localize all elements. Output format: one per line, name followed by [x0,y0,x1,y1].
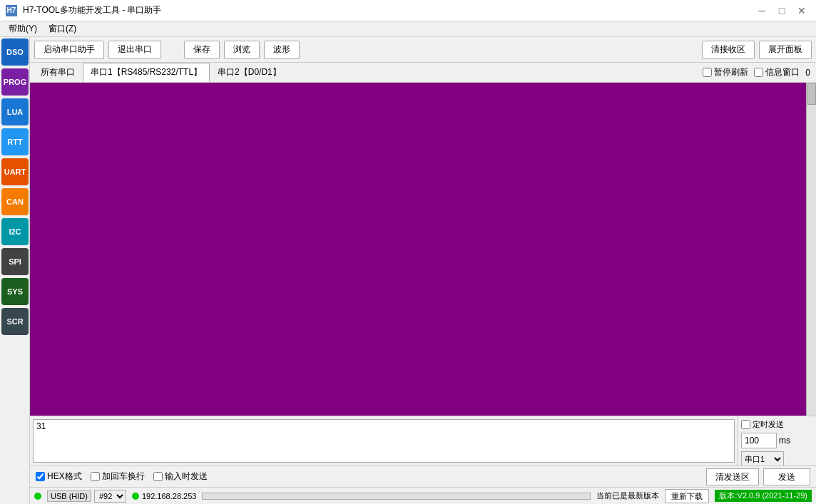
hex-format-label[interactable]: HEX格式 [47,470,82,483]
info-window-checkbox[interactable] [754,68,763,77]
send-button[interactable]: 发送 [763,468,810,485]
display-area [30,83,816,416]
expand-panel-button[interactable]: 展开面板 [759,41,812,59]
input-side-panel: 定时发送 ms 串口1 串口2 [738,416,816,466]
minimize-button[interactable]: ─ [753,4,770,18]
ms-label: ms [779,436,790,446]
tab-all-ports[interactable]: 所有串口 [33,63,83,82]
start-serial-button[interactable]: 启动串口助手 [34,41,104,59]
title-controls: ─ □ ✕ [753,4,810,18]
sidebar: DSO PROG LUA RTT UART CAN I2C SPI SYS SC… [0,37,30,504]
pause-refresh-label[interactable]: 暂停刷新 [714,66,748,78]
tab-bar-right: 暂停刷新 信息窗口 0 [703,66,813,78]
timed-send-row: 定时发送 [741,419,813,430]
timed-send-label[interactable]: 定时发送 [753,419,784,430]
send-on-input-checkbox[interactable] [153,472,163,481]
input-textarea-wrap [30,416,738,466]
main-layout: DSO PROG LUA RTT UART CAN I2C SPI SYS SC… [0,37,816,504]
app-icon: H7 [6,5,17,16]
input-area: 定时发送 ms 串口1 串口2 [30,416,816,466]
redownload-button[interactable]: 重新下载 [665,489,709,503]
options-right: 清发送区 发送 [706,468,810,485]
ms-value-input[interactable] [741,433,777,448]
usb-label: USB (HID) [47,490,91,502]
maximize-button[interactable]: □ [773,4,790,18]
port-select[interactable]: 串口1 串口2 [741,451,784,467]
info-window-label[interactable]: 信息窗口 [765,66,800,78]
ms-row: ms [741,433,813,448]
sidebar-btn-rtt[interactable]: RTT [1,128,29,155]
sidebar-btn-i2c[interactable]: I2C [1,218,29,245]
port-num-select[interactable]: #92 [94,490,126,503]
menu-bar: 帮助(Y) 窗口(Z) [0,21,816,37]
usb-status: USB (HID) #92 [47,490,126,503]
sidebar-btn-dso[interactable]: DSO [1,38,29,66]
status-message: 当前已是最新版本 [596,490,659,501]
ip-status: 192.168.28.253 [132,492,196,500]
ip-status-indicator [132,493,139,500]
browse-button[interactable]: 浏览 [224,41,260,59]
close-button[interactable]: ✕ [793,4,810,18]
input-textarea[interactable] [33,419,735,463]
toolbar: 启动串口助手 退出串口 保存 浏览 波形 清接收区 展开面板 [30,37,816,63]
send-on-input-group: 输入时发送 [153,470,208,483]
status-bar: USB (HID) #92 192.168.28.253 当前已是最新版本 重新… [30,487,816,504]
hex-format-checkbox[interactable] [36,472,45,481]
app-title: H7-TOOL多功能开发工具 - 串口助手 [23,4,161,16]
sidebar-btn-scr[interactable]: SCR [1,308,29,335]
content-area: 启动串口助手 退出串口 保存 浏览 波形 清接收区 展开面板 所有串口 串口1【… [30,37,816,504]
title-bar: H7 H7-TOOL多功能开发工具 - 串口助手 ─ □ ✕ [0,0,816,21]
newline-checkbox[interactable] [91,472,100,481]
tab-port2[interactable]: 串口2【D0/D1】 [210,63,289,82]
timed-send-checkbox[interactable] [741,420,750,429]
sidebar-btn-prog[interactable]: PROG [1,68,29,96]
recv-count: 0 [805,68,810,78]
menu-window[interactable]: 窗口(Z) [43,21,82,36]
scrollbar-thumb[interactable] [807,83,816,105]
tab-bar: 所有串口 串口1【RS485/RS232/TTL】 串口2【D0/D1】 暂停刷… [30,63,816,83]
waveform-button[interactable]: 波形 [264,41,300,59]
ip-address: 192.168.28.253 [142,492,196,500]
sidebar-btn-can[interactable]: CAN [1,188,29,215]
scrollbar-vertical[interactable] [806,83,816,416]
send-on-input-label[interactable]: 输入时发送 [165,470,208,483]
newline-label[interactable]: 加回车换行 [102,470,145,483]
options-bar: HEX格式 加回车换行 输入时发送 清发送区 发送 [30,466,816,487]
usb-status-indicator [34,493,41,500]
newline-group: 加回车换行 [91,470,145,483]
progress-bar [202,493,591,500]
port-select-row: 串口1 串口2 [741,451,813,467]
sidebar-btn-sys[interactable]: SYS [1,278,29,305]
sidebar-btn-spi[interactable]: SPI [1,248,29,275]
pause-refresh-checkbox[interactable] [703,68,712,77]
save-button[interactable]: 保存 [184,41,220,59]
clear-recv-button[interactable]: 清接收区 [702,41,755,59]
exit-serial-button[interactable]: 退出串口 [108,41,161,59]
title-bar-left: H7 H7-TOOL多功能开发工具 - 串口助手 [6,4,161,16]
tab-port1[interactable]: 串口1【RS485/RS232/TTL】 [83,63,210,82]
sidebar-btn-lua[interactable]: LUA [1,98,29,125]
version-badge: 版本:V2.0.9 (2021-11-29) [715,490,812,502]
menu-help[interactable]: 帮助(Y) [3,21,43,36]
pause-refresh-group: 暂停刷新 [703,66,748,78]
info-window-group: 信息窗口 [754,66,800,78]
clear-send-button[interactable]: 清发送区 [706,468,759,485]
sidebar-btn-uart[interactable]: UART [1,158,29,185]
hex-format-group: HEX格式 [36,470,82,483]
